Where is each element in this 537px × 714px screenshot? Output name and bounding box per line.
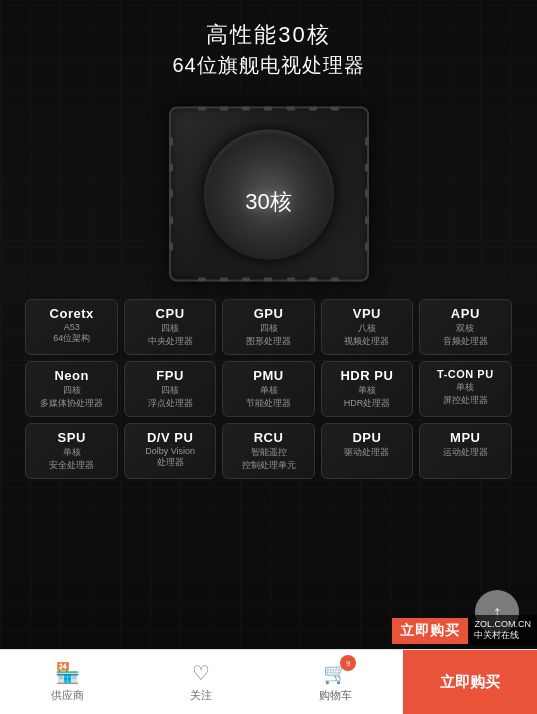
bottom-navigation: 🏪 供应商 ♡ 关注 🛒 9 购物车 立即购买 — [0, 649, 537, 714]
feature-name: CPU — [129, 306, 211, 321]
watermark: 立即购买 ZOL.COM.CN中关村在线 — [392, 615, 537, 646]
pin — [242, 278, 250, 282]
feature-desc1: 单核 — [227, 384, 309, 397]
feature-desc1: 四核 — [129, 322, 211, 335]
pin — [365, 216, 369, 224]
watermark-text: 立即购买 — [392, 618, 468, 644]
feature-name: GPU — [227, 306, 309, 321]
feature-desc2: 多媒体协处理器 — [30, 397, 112, 410]
feature-name: VPU — [326, 306, 408, 321]
feature-desc1: 驱动处理器 — [326, 446, 408, 459]
features-row-1: Coretx A53 64位架构 CPU 四核 中央处理器 GPU 四核 图形处… — [26, 299, 512, 355]
feature-desc1: A53 — [30, 322, 112, 332]
feature-desc2: 安全处理器 — [30, 459, 112, 472]
pin — [309, 107, 317, 111]
feature-desc2: 控制处理单元 — [227, 459, 309, 472]
nav-cart-label: 购物车 — [319, 688, 352, 703]
feature-desc1: 运动处理器 — [424, 446, 506, 459]
feature-desc1: 单核 — [30, 446, 112, 459]
nav-cart[interactable]: 🛒 9 购物车 — [269, 650, 403, 714]
pin — [169, 190, 173, 198]
feature-desc1: 双核 — [424, 322, 506, 335]
feature-desc2: 浮点处理器 — [129, 397, 211, 410]
watermark-logo: ZOL.COM.CN中关村在线 — [468, 615, 537, 646]
feature-desc2: 图形处理器 — [227, 335, 309, 348]
feature-neon: Neon 四核 多媒体协处理器 — [25, 361, 117, 417]
pin — [169, 164, 173, 172]
pin — [365, 242, 369, 250]
chip-pins-bottom — [191, 278, 347, 282]
nav-buy-now[interactable]: 立即购买 — [403, 650, 537, 714]
pin — [198, 107, 206, 111]
feature-dpu: DPU 驱动处理器 — [321, 423, 413, 479]
feature-desc2: 屏控处理器 — [424, 394, 506, 407]
nav-follow-label: 关注 — [190, 688, 212, 703]
feature-desc2: 处理器 — [129, 456, 211, 469]
feature-fpu: FPU 四核 浮点处理器 — [124, 361, 216, 417]
pin — [169, 242, 173, 250]
feature-name: SPU — [30, 430, 112, 445]
feature-desc2: 节能处理器 — [227, 397, 309, 410]
feature-name: Coretx — [30, 306, 112, 321]
chip-pins-left — [169, 129, 173, 260]
pin — [331, 107, 339, 111]
feature-pmu: PMU 单核 节能处理器 — [222, 361, 314, 417]
feature-gpu: GPU 四核 图形处理器 — [222, 299, 314, 355]
feature-name: APU — [424, 306, 506, 321]
feature-name: DPU — [326, 430, 408, 445]
content-area: 高性能30核 64位旗舰电视处理器 — [0, 0, 537, 479]
feature-name: PMU — [227, 368, 309, 383]
features-row-2: Neon 四核 多媒体协处理器 FPU 四核 浮点处理器 PMU 单核 节能处理… — [26, 361, 512, 417]
feature-desc1: 智能遥控 — [227, 446, 309, 459]
cart-badge: 9 — [340, 655, 356, 671]
feature-desc2: HDR处理器 — [326, 397, 408, 410]
feature-name: RCU — [227, 430, 309, 445]
chip-board: 30核 — [169, 107, 369, 282]
pin — [198, 278, 206, 282]
feature-desc2: 64位架构 — [30, 332, 112, 345]
pin — [287, 278, 295, 282]
feature-desc1: 四核 — [227, 322, 309, 335]
nav-supplier[interactable]: 🏪 供应商 — [0, 650, 134, 714]
feature-mpu: MPU 运动处理器 — [419, 423, 511, 479]
feature-coretx: Coretx A53 64位架构 — [25, 299, 117, 355]
pin — [220, 278, 228, 282]
feature-name: D/V PU — [129, 430, 211, 445]
supplier-icon: 🏪 — [55, 661, 80, 685]
title-line2: 64位旗舰电视处理器 — [172, 52, 364, 79]
feature-hdrpu: HDR PU 单核 HDR处理器 — [321, 361, 413, 417]
pin — [220, 107, 228, 111]
feature-desc1: 四核 — [129, 384, 211, 397]
nav-follow[interactable]: ♡ 关注 — [134, 650, 268, 714]
feature-vpu: VPU 八核 视频处理器 — [321, 299, 413, 355]
feature-name: MPU — [424, 430, 506, 445]
pin — [169, 138, 173, 146]
chip-number: 30核 — [245, 170, 291, 218]
feature-name: HDR PU — [326, 368, 408, 383]
chip-inner: 30核 — [204, 129, 334, 259]
chip-pins-right — [365, 129, 369, 260]
pin — [287, 107, 295, 111]
main-container: 高性能30核 64位旗舰电视处理器 — [0, 0, 537, 714]
feature-name: FPU — [129, 368, 211, 383]
title-line1: 高性能30核 — [172, 20, 364, 50]
pin — [365, 164, 369, 172]
features-grid: Coretx A53 64位架构 CPU 四核 中央处理器 GPU 四核 图形处… — [14, 299, 524, 479]
pin — [264, 107, 272, 111]
nav-supplier-label: 供应商 — [51, 688, 84, 703]
feature-desc1: 单核 — [424, 381, 506, 394]
pin — [169, 216, 173, 224]
pin — [309, 278, 317, 282]
feature-dvpu: D/V PU Dolby Vision 处理器 — [124, 423, 216, 479]
pin — [365, 190, 369, 198]
chip-pins-top — [191, 107, 347, 111]
nav-buy-label: 立即购买 — [440, 673, 500, 692]
feature-desc1: 四核 — [30, 384, 112, 397]
feature-cpu: CPU 四核 中央处理器 — [124, 299, 216, 355]
follow-icon: ♡ — [192, 661, 210, 685]
feature-apu: APU 双核 音频处理器 — [419, 299, 511, 355]
title-section: 高性能30核 64位旗舰电视处理器 — [172, 0, 364, 89]
feature-name: Neon — [30, 368, 112, 383]
pin — [242, 107, 250, 111]
feature-desc1: Dolby Vision — [129, 446, 211, 456]
